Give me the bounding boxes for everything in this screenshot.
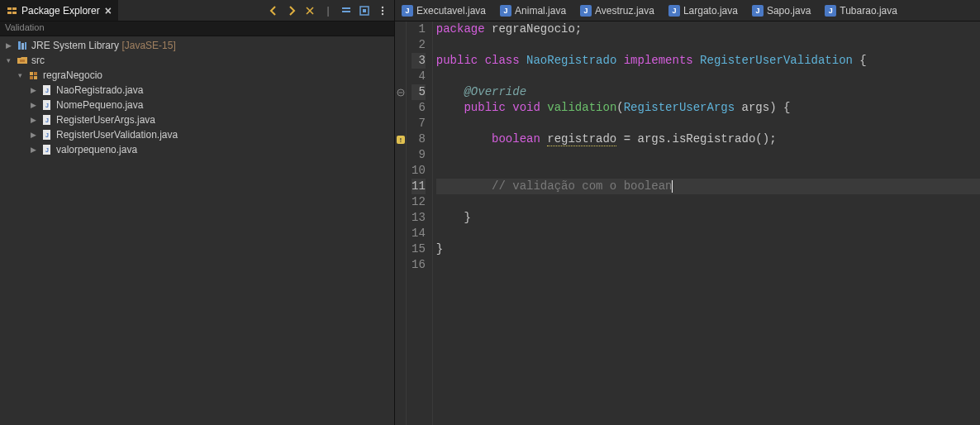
package-explorer-toolbar: | xyxy=(265,2,394,19)
chevron-down-icon: ▾ xyxy=(3,56,13,64)
tree-item-package[interactable]: ▾ regraNegocio xyxy=(0,68,394,83)
svg-rect-5 xyxy=(342,11,350,12)
chevron-down-icon: ▾ xyxy=(15,71,25,79)
package-explorer-title: Package Explorer xyxy=(21,5,100,17)
editor-tab[interactable]: JAnimal.java xyxy=(493,0,573,21)
svg-text:!: ! xyxy=(398,136,402,144)
svg-rect-3 xyxy=(12,12,17,14)
view-menu-button[interactable] xyxy=(374,2,391,19)
tree-label: src xyxy=(31,55,45,66)
svg-text:J: J xyxy=(45,103,49,108)
package-explorer-tabbar: Package Explorer × | xyxy=(0,0,394,21)
editor-tab[interactable]: JTubarao.java xyxy=(818,0,905,21)
fold-marker-icon[interactable] xyxy=(395,84,406,100)
chevron-right-icon: ▶ xyxy=(28,131,38,139)
tab-label: Largato.java xyxy=(683,5,738,17)
java-file-icon: J xyxy=(668,5,680,17)
focus-button[interactable] xyxy=(356,2,373,19)
tab-label: Tubarao.java xyxy=(840,5,897,17)
java-file-icon: J xyxy=(41,144,53,155)
editor-tab[interactable]: JExecutavel.java xyxy=(395,0,493,21)
svg-rect-2 xyxy=(7,12,12,14)
java-file-icon: J xyxy=(41,84,53,96)
tree-item-jre[interactable]: ▶ JRE System Library [JavaSE-15] xyxy=(0,38,394,53)
java-file-icon: J xyxy=(402,5,413,17)
svg-rect-15 xyxy=(30,72,33,75)
svg-text:J: J xyxy=(45,132,49,138)
svg-rect-1 xyxy=(12,7,17,10)
filter-input[interactable]: Validation xyxy=(0,21,394,36)
back-button[interactable] xyxy=(265,2,282,19)
java-file-icon: J xyxy=(41,129,53,141)
java-file-icon: J xyxy=(500,5,511,17)
tree-label: NomePequeno.java xyxy=(56,99,143,111)
tree-item-file[interactable]: ▶ J RegisterUserValidation.java xyxy=(0,127,394,142)
svg-point-9 xyxy=(382,9,383,11)
svg-point-8 xyxy=(382,6,383,7)
svg-rect-13 xyxy=(25,42,26,50)
tab-label: Animal.java xyxy=(515,5,566,17)
package-explorer-tree: ▶ JRE System Library [JavaSE-15] ▾ src ▾… xyxy=(0,36,394,425)
svg-rect-17 xyxy=(30,76,33,79)
collapse-all-button[interactable] xyxy=(338,2,354,19)
editor-tab[interactable]: JLargato.java xyxy=(662,0,745,21)
svg-rect-30 xyxy=(398,92,402,93)
link-with-editor-button[interactable] xyxy=(302,2,318,19)
tree-label: RegisterUserValidation.java xyxy=(56,129,178,141)
tree-item-file[interactable]: ▶ J NomePequeno.java xyxy=(0,98,394,112)
svg-rect-12 xyxy=(21,43,24,50)
tree-label: NaoRegistrado.java xyxy=(56,84,143,96)
tree-label: JRE System Library [JavaSE-15] xyxy=(31,40,176,51)
svg-text:J: J xyxy=(45,147,49,153)
java-file-icon: J xyxy=(580,5,592,17)
editor-tab[interactable]: JAvestruz.java xyxy=(573,0,662,21)
chevron-right-icon: ▶ xyxy=(28,101,38,109)
package-explorer-tab[interactable]: Package Explorer × xyxy=(0,0,118,21)
marker-column: ! xyxy=(395,21,407,425)
java-file-icon: J xyxy=(752,5,764,17)
java-file-icon: J xyxy=(825,5,836,17)
close-icon[interactable]: × xyxy=(103,4,112,17)
svg-text:J: J xyxy=(45,88,49,93)
svg-rect-18 xyxy=(34,76,37,79)
code-area[interactable]: package regraNegocio; public class NaoRe… xyxy=(433,21,980,425)
warning-marker-icon[interactable]: ! xyxy=(395,131,406,147)
tree-item-file[interactable]: ▶ J RegisterUserArgs.java xyxy=(0,112,394,127)
tab-label: Avestruz.java xyxy=(595,5,654,17)
editor-panel: JExecutavel.java JAnimal.java JAvestruz.… xyxy=(395,0,980,425)
library-icon xyxy=(17,40,28,51)
svg-point-10 xyxy=(382,12,383,14)
tab-label: Sapo.java xyxy=(767,5,811,17)
package-icon xyxy=(28,69,40,81)
svg-rect-16 xyxy=(34,72,37,75)
java-file-icon: J xyxy=(41,114,53,126)
forward-button[interactable] xyxy=(283,2,300,19)
tree-label: valorpequeno.java xyxy=(56,144,137,155)
editor-body[interactable]: ! 1 2 3 4 5 6 7 8 9 10 11 12 13 14 15 16… xyxy=(395,21,980,425)
tree-item-src[interactable]: ▾ src xyxy=(0,53,394,68)
tree-label: regraNegocio xyxy=(43,69,102,81)
package-explorer-icon xyxy=(7,5,18,17)
svg-rect-14 xyxy=(20,60,25,62)
svg-rect-6 xyxy=(360,7,369,15)
editor-tabbar: JExecutavel.java JAnimal.java JAvestruz.… xyxy=(395,0,980,21)
tree-label: RegisterUserArgs.java xyxy=(56,114,155,126)
tree-item-file[interactable]: ▶ J valorpequeno.java xyxy=(0,142,394,157)
editor-tab[interactable]: JSapo.java xyxy=(745,0,818,21)
chevron-right-icon: ▶ xyxy=(28,146,38,154)
package-explorer-panel: Package Explorer × | xyxy=(0,0,395,425)
svg-rect-0 xyxy=(7,7,12,10)
svg-rect-7 xyxy=(363,9,366,12)
chevron-right-icon: ▶ xyxy=(28,116,38,124)
chevron-right-icon: ▶ xyxy=(3,41,13,50)
svg-text:J: J xyxy=(45,117,49,123)
svg-rect-4 xyxy=(342,7,350,9)
java-file-icon: J xyxy=(41,99,53,111)
chevron-right-icon: ▶ xyxy=(28,86,38,94)
svg-rect-11 xyxy=(18,41,21,50)
separator: | xyxy=(320,2,336,19)
tree-item-file[interactable]: ▶ J NaoRegistrado.java xyxy=(0,83,394,98)
filter-text: Validation xyxy=(5,22,45,32)
source-folder-icon xyxy=(17,55,28,66)
tab-label: Executavel.java xyxy=(416,5,486,17)
